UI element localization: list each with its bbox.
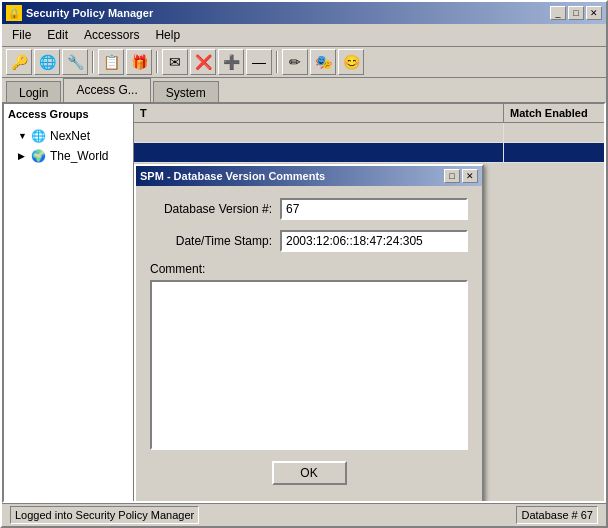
toolbar-btn-7[interactable]: ❌ [190,49,216,75]
minimize-button[interactable]: _ [550,6,566,20]
menu-help[interactable]: Help [149,26,186,44]
dialog-buttons: OK [150,453,468,497]
datetime-row: Date/Time Stamp: [150,230,468,252]
content-area: Access Groups ▼ 🌐 NexNet ▶ 🌍 The_World T… [2,102,606,503]
dialog: SPM - Database Version Comments □ ✕ Data… [134,164,484,503]
dialog-title-bar: SPM - Database Version Comments □ ✕ [136,166,482,186]
toolbar-sep-3 [276,51,278,73]
toolbar-btn-3[interactable]: 🔧 [62,49,88,75]
dialog-content: Database Version #: Date/Time Stamp: Com… [136,186,482,503]
toolbar-btn-8[interactable]: ➕ [218,49,244,75]
title-bar: 🔒 Security Policy Manager _ □ ✕ [2,2,606,24]
ok-button[interactable]: OK [272,461,347,485]
toolbar-btn-10[interactable]: ✏ [282,49,308,75]
comment-textarea[interactable] [150,280,468,450]
menu-bar: File Edit Accessors Help [2,24,606,47]
dialog-title-buttons: □ ✕ [444,169,478,183]
toolbar-btn-4[interactable]: 📋 [98,49,124,75]
status-bar: Logged into Security Policy Manager Data… [2,503,606,526]
main-window: 🔒 Security Policy Manager _ □ ✕ File Edi… [0,0,608,528]
toolbar-btn-6[interactable]: ✉ [162,49,188,75]
toolbar-btn-12[interactable]: 😊 [338,49,364,75]
tab-login[interactable]: Login [6,81,61,104]
dialog-close-button[interactable]: ✕ [462,169,478,183]
comment-label: Comment: [150,262,468,276]
tab-bar: Login Access G... System [2,78,606,102]
dialog-overlay: SPM - Database Version Comments □ ✕ Data… [4,104,604,501]
toolbar-btn-9[interactable]: — [246,49,272,75]
status-right: Database # 67 [516,506,598,524]
db-version-row: Database Version #: [150,198,468,220]
datetime-input[interactable] [280,230,468,252]
dialog-minimize-button[interactable]: □ [444,169,460,183]
menu-edit[interactable]: Edit [41,26,74,44]
tab-system[interactable]: System [153,81,219,104]
close-button[interactable]: ✕ [586,6,602,20]
toolbar-btn-5[interactable]: 🎁 [126,49,152,75]
toolbar-btn-2[interactable]: 🌐 [34,49,60,75]
title-bar-left: 🔒 Security Policy Manager [6,5,153,21]
toolbar-btn-11[interactable]: 🎭 [310,49,336,75]
window-title: Security Policy Manager [26,7,153,19]
db-version-input[interactable] [280,198,468,220]
title-bar-buttons: _ □ ✕ [550,6,602,20]
toolbar: 🔑 🌐 🔧 📋 🎁 ✉ ❌ ➕ — ✏ 🎭 😊 [2,47,606,78]
tab-access-groups[interactable]: Access G... [63,78,150,102]
maximize-button[interactable]: □ [568,6,584,20]
db-version-label: Database Version #: [150,202,280,216]
status-left: Logged into Security Policy Manager [10,506,199,524]
toolbar-sep-2 [156,51,158,73]
app-icon: 🔒 [6,5,22,21]
toolbar-sep-1 [92,51,94,73]
dialog-title: SPM - Database Version Comments [140,170,325,182]
menu-file[interactable]: File [6,26,37,44]
toolbar-btn-1[interactable]: 🔑 [6,49,32,75]
datetime-label: Date/Time Stamp: [150,234,280,248]
menu-accessors[interactable]: Accessors [78,26,145,44]
